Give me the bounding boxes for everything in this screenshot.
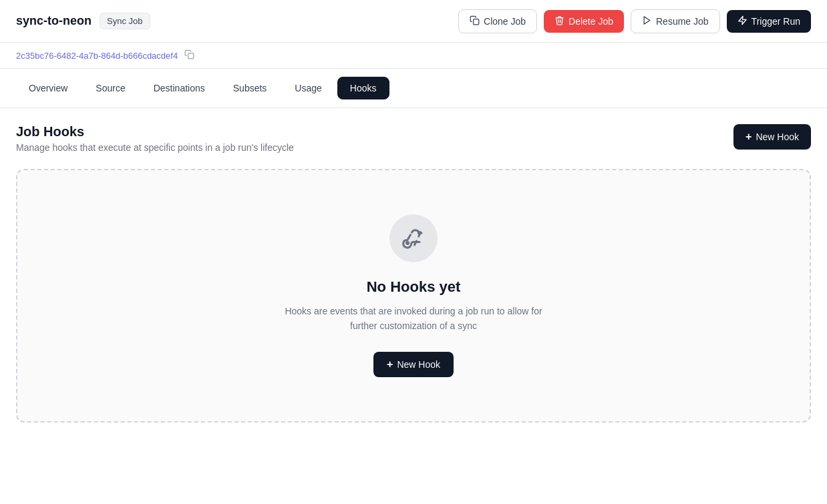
svg-rect-0	[474, 19, 479, 24]
hook-icon-wrapper	[389, 214, 438, 262]
header-left: sync-to-neon Sync Job	[16, 13, 150, 29]
empty-title: No Hooks yet	[367, 278, 461, 296]
svg-point-4	[407, 242, 409, 244]
webhook-icon	[401, 225, 426, 252]
resume-job-button[interactable]: Resume Job	[631, 9, 720, 33]
tab-overview[interactable]: Overview	[16, 77, 80, 99]
clone-job-label: Clone Job	[484, 16, 526, 27]
section-header: Job Hooks Manage hooks that execute at s…	[16, 124, 811, 153]
plus-icon-center: +	[387, 358, 393, 370]
section-title-group: Job Hooks Manage hooks that execute at s…	[16, 124, 294, 153]
copy-icon[interactable]	[184, 49, 194, 61]
svg-marker-1	[644, 16, 650, 23]
job-id[interactable]: 2c35bc76-6482-4a7b-864d-b666cdacdef4	[16, 51, 178, 61]
clone-icon	[470, 15, 480, 27]
svg-point-5	[419, 232, 421, 234]
new-hook-header-button[interactable]: + New Hook	[733, 124, 811, 150]
main-content: Job Hooks Manage hooks that execute at s…	[0, 108, 827, 439]
sync-job-badge: Sync Job	[100, 13, 150, 29]
tab-hooks[interactable]: Hooks	[337, 77, 389, 99]
sub-header: 2c35bc76-6482-4a7b-864d-b666cdacdef4	[0, 43, 827, 69]
plus-icon-header: +	[746, 131, 752, 143]
trigger-run-button[interactable]: Trigger Run	[727, 10, 811, 33]
app-title: sync-to-neon	[16, 14, 92, 28]
new-hook-header-label: New Hook	[756, 132, 799, 142]
tab-usage[interactable]: Usage	[282, 77, 334, 99]
new-hook-center-label: New Hook	[397, 359, 440, 370]
header: sync-to-neon Sync Job Clone Job	[0, 0, 827, 43]
tab-destinations[interactable]: Destinations	[141, 77, 218, 99]
empty-state-card: No Hooks yet Hooks are events that are i…	[16, 169, 811, 423]
svg-rect-3	[188, 53, 194, 59]
delete-job-button[interactable]: Delete Job	[544, 10, 624, 33]
svg-marker-2	[738, 16, 746, 25]
trigger-icon	[737, 15, 748, 27]
delete-job-label: Delete Job	[568, 16, 613, 27]
resume-job-label: Resume Job	[656, 16, 709, 27]
section-subtitle: Manage hooks that execute at specific po…	[16, 142, 294, 153]
delete-icon	[554, 15, 564, 27]
empty-description: Hooks are events that are invoked during…	[280, 304, 547, 334]
clone-job-button[interactable]: Clone Job	[458, 9, 537, 33]
resume-icon	[642, 15, 652, 27]
header-right: Clone Job Delete Job Resume Job	[458, 9, 811, 33]
section-title: Job Hooks	[16, 124, 294, 140]
tab-subsets[interactable]: Subsets	[220, 77, 280, 99]
tab-source[interactable]: Source	[83, 77, 138, 99]
new-hook-center-button[interactable]: + New Hook	[373, 352, 454, 377]
tabs-nav: Overview Source Destinations Subsets Usa…	[0, 69, 827, 108]
trigger-run-label: Trigger Run	[752, 16, 800, 27]
